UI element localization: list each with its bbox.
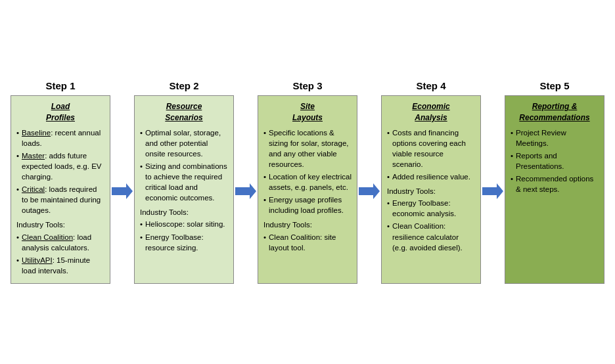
step1-tool1: • Clean Coalition: load analysis calcula… xyxy=(16,232,104,253)
step3-bullet3: • Energy usage profiles including load p… xyxy=(263,194,352,216)
arrow1-icon xyxy=(112,182,133,200)
step1-bullet1: • Baseline: recent annual loads. xyxy=(16,127,104,148)
arrow2-wrapper xyxy=(234,80,258,284)
svg-marker-0 xyxy=(112,183,133,199)
step4-bullet2: • Added resilience value. xyxy=(387,171,475,182)
step4-header: Step 4 xyxy=(416,80,445,91)
step3-bullet2: • Location of key electrical assets, e.g… xyxy=(263,171,352,193)
step2-box: Resource Scenarios • Optimal solar, stor… xyxy=(134,95,234,284)
svg-marker-2 xyxy=(359,183,380,199)
step1-header: Step 1 xyxy=(45,80,75,91)
step2-container: Step 2 Resource Scenarios • Optimal sola… xyxy=(134,80,234,284)
step2-bullet2: • Sizing and combinations to achieve the… xyxy=(140,161,228,203)
step5-bullet2: • Reports and Presentations. xyxy=(511,150,599,171)
arrow3-icon xyxy=(359,182,380,200)
step1-container: Step 1 Load Profiles • Baseline: recent … xyxy=(11,80,110,284)
svg-marker-3 xyxy=(482,183,503,199)
arrow1-wrapper xyxy=(110,80,134,284)
step5-container: Step 5 Reporting & Recommendations • Pro… xyxy=(505,80,604,284)
diagram-container: Step 1 Load Profiles • Baseline: recent … xyxy=(5,74,610,290)
step4-container: Step 4 Economic Analysis • Costs and fin… xyxy=(381,80,481,284)
step3-title: Site Layouts xyxy=(263,101,352,124)
svg-marker-1 xyxy=(235,183,256,199)
step1-bullet3: • Critical: loads required to be maintai… xyxy=(16,184,104,216)
step3-container: Step 3 Site Layouts • Specific locations… xyxy=(258,80,357,284)
step2-bullet1: • Optimal solar, storage, and other pote… xyxy=(140,127,228,159)
arrow4-icon xyxy=(482,182,503,200)
step4-industry-label: Industry Tools: xyxy=(387,186,475,196)
step4-tool2: • Clean Coalition: resilience calculator… xyxy=(387,221,475,252)
step1-box: Load Profiles • Baseline: recent annual … xyxy=(11,95,110,284)
arrow2-icon xyxy=(235,182,256,200)
step3-box: Site Layouts • Specific locations & sizi… xyxy=(258,95,357,284)
step3-tool1: • Clean Coalition: site layout tool. xyxy=(263,232,352,253)
step2-tool2: • Energy Toolbase: resource sizing. xyxy=(140,232,228,253)
step1-title: Load Profiles xyxy=(16,101,104,124)
arrow4-wrapper xyxy=(481,80,505,284)
step3-bullet1: • Specific locations & sizing for solar,… xyxy=(263,127,352,170)
step4-box: Economic Analysis • Costs and financing … xyxy=(381,95,481,284)
step1-tool2: • UtilityAPI: 15-minute load intervals. xyxy=(16,255,104,276)
step2-industry-label: Industry Tools: xyxy=(140,207,228,217)
step5-box: Reporting & Recommendations • Project Re… xyxy=(505,95,604,284)
arrow3-wrapper xyxy=(357,80,381,284)
step1-bullet2: • Master: adds future expected loads, e.… xyxy=(16,150,104,182)
step4-tool1: • Energy Toolbase: economic analysis. xyxy=(387,198,475,219)
step1-industry-label: Industry Tools: xyxy=(16,219,104,230)
step5-title: Reporting & Recommendations xyxy=(511,101,599,124)
step5-header: Step 5 xyxy=(539,80,569,91)
step5-bullet3: • Recommended options & next steps. xyxy=(511,173,599,194)
step3-industry-label: Industry Tools: xyxy=(263,219,352,230)
steps-row: Step 1 Load Profiles • Baseline: recent … xyxy=(11,80,604,284)
step2-title: Resource Scenarios xyxy=(140,101,228,124)
step4-bullet1: • Costs and financing options covering e… xyxy=(387,127,475,170)
step2-header: Step 2 xyxy=(169,80,198,91)
step4-title: Economic Analysis xyxy=(387,101,475,124)
step5-bullet1: • Project Review Meetings. xyxy=(511,127,599,148)
step2-tool1: • Helioscope: solar siting. xyxy=(140,219,228,229)
step3-header: Step 3 xyxy=(292,80,322,91)
